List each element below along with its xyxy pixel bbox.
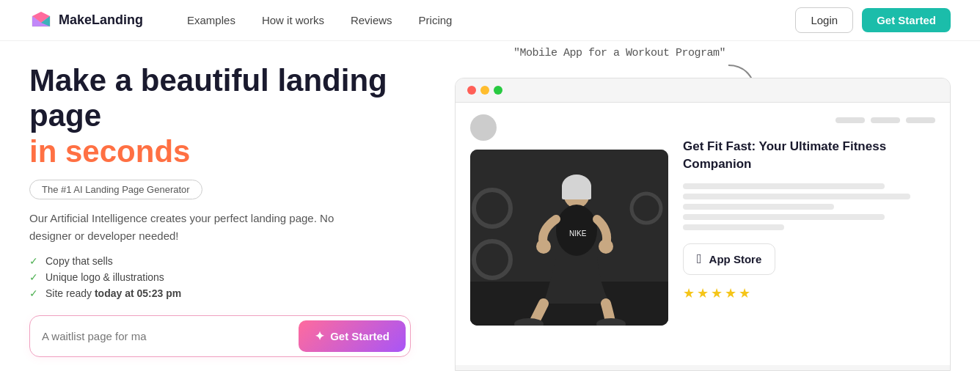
- get-started-button[interactable]: ✦ Get Started: [299, 320, 406, 352]
- svg-text:NIKE: NIKE: [569, 229, 587, 238]
- nav-line-2: [871, 117, 900, 123]
- logo[interactable]: MakeLanding: [29, 9, 143, 32]
- dot-yellow: [480, 86, 489, 95]
- text-line-1: [683, 183, 885, 189]
- nav-links: Examples How it works Reviews Pricing: [187, 14, 766, 26]
- svg-point-11: [536, 239, 551, 254]
- nav-line-1: [835, 117, 865, 123]
- browser-content: NIKE: [456, 103, 950, 365]
- check-label-3: Site ready today at 05:23 pm: [45, 287, 181, 299]
- browser-right-col: Get Fit Fast: Your Ultimate Fitness Comp…: [683, 114, 935, 353]
- nav-get-started-button[interactable]: Get Started: [862, 8, 951, 32]
- fitness-image: NIKE: [470, 150, 668, 326]
- browser-left-col: NIKE: [470, 114, 668, 353]
- star-5: ★: [739, 285, 750, 301]
- check-item-1: ✓ Copy that sells: [29, 255, 455, 267]
- sparkle-icon: ✦: [315, 329, 324, 343]
- nav-examples[interactable]: Examples: [187, 14, 235, 26]
- check-item-3: ✓ Site ready today at 05:23 pm: [29, 287, 455, 299]
- dot-green: [494, 86, 502, 95]
- nav-reviews[interactable]: Reviews: [351, 14, 392, 26]
- description: Our Artificial Intelligence creates your…: [29, 210, 367, 245]
- nav-how-it-works[interactable]: How it works: [262, 14, 324, 26]
- main-content: Make a beautiful landing page in seconds…: [0, 41, 980, 371]
- badge: The #1 AI Landing Page Generator: [29, 180, 202, 199]
- check-label-2: Unique logo & illustrations: [45, 271, 164, 283]
- text-line-5: [683, 224, 784, 230]
- svg-point-12: [599, 239, 613, 254]
- input-row: ✦ Get Started: [29, 315, 411, 357]
- logo-icon: [29, 9, 53, 32]
- get-started-label: Get Started: [330, 330, 390, 342]
- logo-text: MakeLanding: [59, 12, 143, 28]
- headline-accent: in seconds: [29, 134, 190, 169]
- browser-mockup: NIKE: [455, 78, 951, 371]
- star-3: ★: [711, 285, 723, 301]
- text-line-3: [683, 204, 834, 210]
- text-line-2: [683, 194, 910, 199]
- handwritten-label: "Mobile App for a Workout Program": [513, 47, 725, 59]
- check-icon-2: ✓: [29, 271, 38, 283]
- left-panel: Make a beautiful landing page in seconds…: [29, 41, 455, 371]
- dot-red: [467, 86, 476, 95]
- app-store-label: App Store: [709, 253, 762, 265]
- app-title: Get Fit Fast: Your Ultimate Fitness Comp…: [683, 138, 935, 173]
- text-line-4: [683, 214, 885, 220]
- text-placeholder-lines: [683, 183, 935, 230]
- star-4: ★: [725, 285, 736, 301]
- nav-pricing[interactable]: Pricing: [419, 14, 453, 26]
- login-button[interactable]: Login: [795, 7, 853, 33]
- nav-placeholder-lines: [683, 117, 935, 123]
- navbar: MakeLanding Examples How it works Review…: [0, 0, 980, 41]
- nav-actions: Login Get Started: [795, 7, 951, 33]
- svg-rect-8: [562, 185, 591, 199]
- check-item-2: ✓ Unique logo & illustrations: [29, 271, 455, 283]
- browser-bar: [456, 78, 950, 103]
- star-rating: ★ ★ ★ ★ ★: [683, 285, 935, 301]
- checklist: ✓ Copy that sells ✓ Unique logo & illust…: [29, 255, 455, 299]
- headline-line1: Make a beautiful landing page: [29, 63, 387, 133]
- apple-icon: : [697, 251, 702, 267]
- star-2: ★: [697, 285, 709, 301]
- right-panel: "Mobile App for a Workout Program": [455, 41, 951, 371]
- check-icon-1: ✓: [29, 255, 38, 267]
- headline: Make a beautiful landing page in seconds: [29, 63, 455, 169]
- star-1: ★: [683, 285, 695, 301]
- page-idea-input[interactable]: [42, 330, 299, 342]
- nav-line-3: [906, 117, 935, 123]
- check-label-1: Copy that sells: [45, 255, 113, 267]
- app-store-button[interactable]:  App Store: [683, 243, 775, 275]
- check-icon-3: ✓: [29, 287, 38, 299]
- app-logo-placeholder: [470, 114, 497, 141]
